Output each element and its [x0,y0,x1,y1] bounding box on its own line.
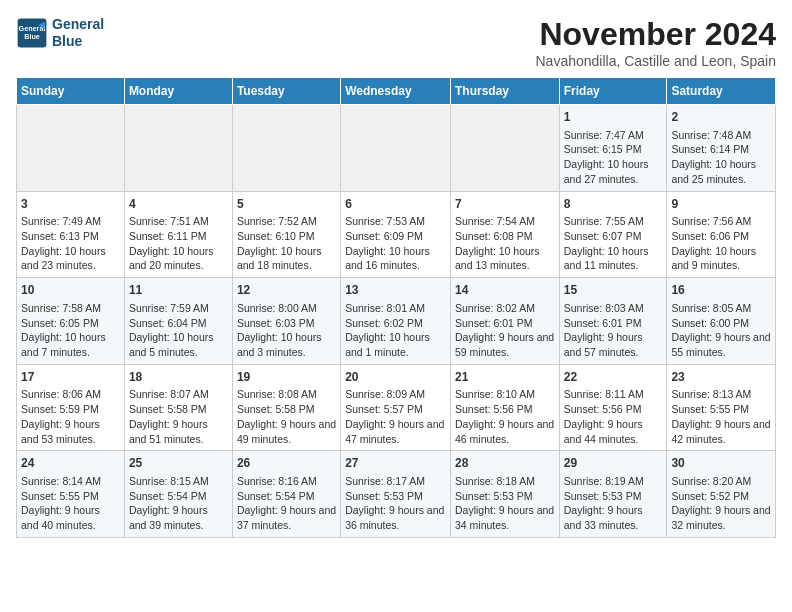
day-number: 26 [237,455,336,472]
cell-content: Sunset: 5:52 PM [671,489,771,504]
day-number: 28 [455,455,555,472]
cell-content: Sunset: 5:56 PM [455,402,555,417]
weekday-header: Wednesday [341,78,451,105]
day-number: 24 [21,455,120,472]
calendar-cell: 18Sunrise: 8:07 AMSunset: 5:58 PMDayligh… [124,364,232,451]
cell-content: Daylight: 9 hours and 55 minutes. [671,330,771,359]
cell-content: Sunrise: 8:00 AM [237,301,336,316]
cell-content: Sunset: 6:04 PM [129,316,228,331]
weekday-header: Saturday [667,78,776,105]
weekday-header: Sunday [17,78,125,105]
day-number: 22 [564,369,663,386]
calendar-cell: 22Sunrise: 8:11 AMSunset: 5:56 PMDayligh… [559,364,667,451]
cell-content: Sunrise: 7:48 AM [671,128,771,143]
cell-content: Sunrise: 8:05 AM [671,301,771,316]
cell-content: Sunrise: 7:53 AM [345,214,446,229]
calendar-cell: 20Sunrise: 8:09 AMSunset: 5:57 PMDayligh… [341,364,451,451]
cell-content: Daylight: 9 hours and 37 minutes. [237,503,336,532]
calendar-cell [232,105,340,192]
calendar-week-row: 10Sunrise: 7:58 AMSunset: 6:05 PMDayligh… [17,278,776,365]
calendar-cell: 30Sunrise: 8:20 AMSunset: 5:52 PMDayligh… [667,451,776,538]
cell-content: Sunset: 6:03 PM [237,316,336,331]
calendar-cell [450,105,559,192]
cell-content: Sunset: 6:01 PM [564,316,663,331]
cell-content: Sunset: 6:05 PM [21,316,120,331]
cell-content: Sunrise: 7:47 AM [564,128,663,143]
day-number: 16 [671,282,771,299]
day-number: 9 [671,196,771,213]
cell-content: Daylight: 9 hours and 42 minutes. [671,417,771,446]
weekday-header: Monday [124,78,232,105]
day-number: 13 [345,282,446,299]
calendar-cell: 7Sunrise: 7:54 AMSunset: 6:08 PMDaylight… [450,191,559,278]
cell-content: Sunrise: 7:51 AM [129,214,228,229]
calendar-cell: 17Sunrise: 8:06 AMSunset: 5:59 PMDayligh… [17,364,125,451]
logo-name-line1: General [52,16,104,33]
calendar-cell: 19Sunrise: 8:08 AMSunset: 5:58 PMDayligh… [232,364,340,451]
cell-content: Sunrise: 8:09 AM [345,387,446,402]
calendar-cell: 15Sunrise: 8:03 AMSunset: 6:01 PMDayligh… [559,278,667,365]
cell-content: Sunset: 5:58 PM [237,402,336,417]
weekday-header: Tuesday [232,78,340,105]
cell-content: Sunrise: 8:13 AM [671,387,771,402]
weekday-header: Thursday [450,78,559,105]
calendar-week-row: 1Sunrise: 7:47 AMSunset: 6:15 PMDaylight… [17,105,776,192]
cell-content: Sunset: 6:10 PM [237,229,336,244]
cell-content: Daylight: 10 hours and 11 minutes. [564,244,663,273]
cell-content: Daylight: 10 hours and 1 minute. [345,330,446,359]
calendar-cell [124,105,232,192]
cell-content: Sunset: 5:59 PM [21,402,120,417]
cell-content: Sunset: 5:55 PM [671,402,771,417]
cell-content: Sunrise: 8:15 AM [129,474,228,489]
calendar-cell: 21Sunrise: 8:10 AMSunset: 5:56 PMDayligh… [450,364,559,451]
cell-content: Daylight: 10 hours and 23 minutes. [21,244,120,273]
day-number: 2 [671,109,771,126]
cell-content: Sunset: 5:58 PM [129,402,228,417]
cell-content: Daylight: 9 hours and 33 minutes. [564,503,663,532]
cell-content: Sunset: 5:56 PM [564,402,663,417]
cell-content: Daylight: 10 hours and 3 minutes. [237,330,336,359]
day-number: 15 [564,282,663,299]
cell-content: Sunrise: 8:02 AM [455,301,555,316]
logo-icon: General Blue [16,17,48,49]
cell-content: Sunset: 5:53 PM [564,489,663,504]
day-number: 8 [564,196,663,213]
cell-content: Daylight: 9 hours and 44 minutes. [564,417,663,446]
calendar-week-row: 24Sunrise: 8:14 AMSunset: 5:55 PMDayligh… [17,451,776,538]
calendar-cell: 25Sunrise: 8:15 AMSunset: 5:54 PMDayligh… [124,451,232,538]
cell-content: Sunrise: 8:08 AM [237,387,336,402]
svg-text:Blue: Blue [24,32,40,41]
calendar-cell: 26Sunrise: 8:16 AMSunset: 5:54 PMDayligh… [232,451,340,538]
cell-content: Daylight: 10 hours and 18 minutes. [237,244,336,273]
cell-content: Sunset: 6:14 PM [671,142,771,157]
calendar-cell: 23Sunrise: 8:13 AMSunset: 5:55 PMDayligh… [667,364,776,451]
calendar-week-row: 3Sunrise: 7:49 AMSunset: 6:13 PMDaylight… [17,191,776,278]
cell-content: Sunrise: 8:14 AM [21,474,120,489]
calendar-cell [17,105,125,192]
cell-content: Sunrise: 7:59 AM [129,301,228,316]
cell-content: Sunrise: 8:20 AM [671,474,771,489]
cell-content: Sunrise: 7:52 AM [237,214,336,229]
day-number: 1 [564,109,663,126]
cell-content: Sunrise: 8:17 AM [345,474,446,489]
day-number: 10 [21,282,120,299]
cell-content: Sunrise: 8:03 AM [564,301,663,316]
cell-content: Sunrise: 8:16 AM [237,474,336,489]
day-number: 20 [345,369,446,386]
cell-content: Daylight: 9 hours and 39 minutes. [129,503,228,532]
cell-content: Sunset: 6:02 PM [345,316,446,331]
cell-content: Sunrise: 7:56 AM [671,214,771,229]
cell-content: Daylight: 9 hours and 34 minutes. [455,503,555,532]
cell-content: Sunset: 6:15 PM [564,142,663,157]
header: General Blue General Blue November 2024 … [16,16,776,69]
calendar-cell: 29Sunrise: 8:19 AMSunset: 5:53 PMDayligh… [559,451,667,538]
cell-content: Daylight: 10 hours and 9 minutes. [671,244,771,273]
cell-content: Sunrise: 8:01 AM [345,301,446,316]
calendar-cell: 3Sunrise: 7:49 AMSunset: 6:13 PMDaylight… [17,191,125,278]
cell-content: Sunrise: 8:11 AM [564,387,663,402]
calendar-cell: 16Sunrise: 8:05 AMSunset: 6:00 PMDayligh… [667,278,776,365]
cell-content: Daylight: 9 hours and 36 minutes. [345,503,446,532]
day-number: 12 [237,282,336,299]
cell-content: Daylight: 9 hours and 46 minutes. [455,417,555,446]
page-subtitle: Navahondilla, Castille and Leon, Spain [536,53,777,69]
